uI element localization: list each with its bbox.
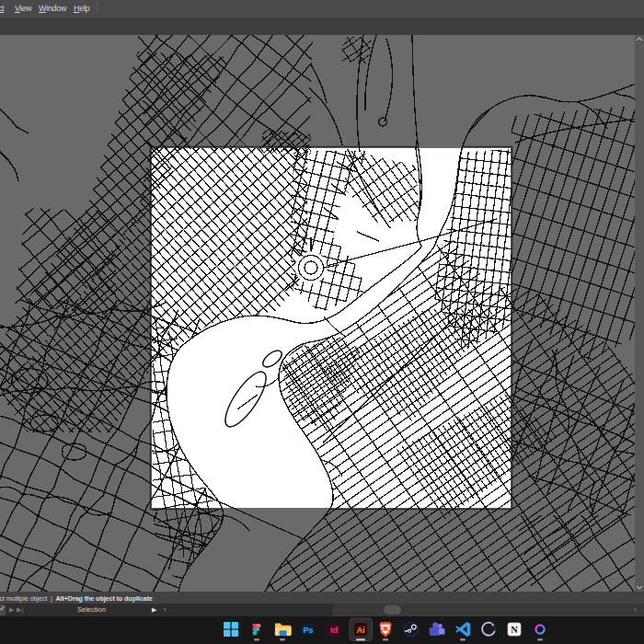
svg-text:N: N [511, 625, 518, 635]
svg-text:Ai: Ai [356, 626, 364, 635]
svg-text:Id: Id [330, 626, 338, 635]
svg-text:Ps: Ps [303, 626, 313, 635]
